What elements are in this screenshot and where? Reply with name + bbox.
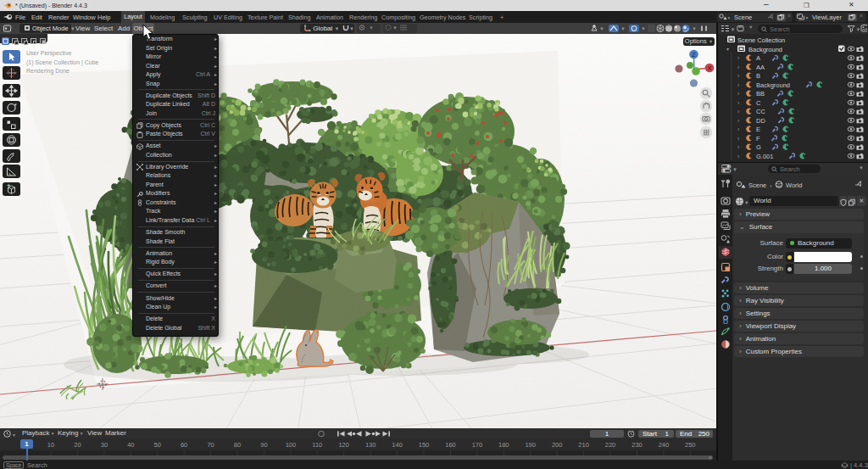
svg-text:▾: ▾ (728, 15, 731, 20)
svg-text:›: › (737, 100, 740, 106)
svg-text:150: 150 (419, 441, 430, 449)
svg-text:›: › (770, 182, 772, 190)
svg-text:30: 30 (101, 441, 108, 449)
svg-text:▾: ▾ (13, 433, 15, 438)
svg-text:80: 80 (234, 441, 241, 449)
svg-text:Scene Collection: Scene Collection (737, 36, 785, 44)
svg-text:Background: Background (756, 81, 790, 89)
svg-text:230: 230 (632, 441, 643, 449)
svg-text:A: A (756, 54, 760, 62)
svg-text:▼: ▼ (856, 27, 861, 32)
svg-text:▼: ▼ (369, 25, 374, 31)
svg-text:▼: ▼ (620, 26, 626, 31)
svg-text:10: 10 (47, 441, 54, 449)
svg-text:120: 120 (338, 441, 349, 449)
svg-text:90: 90 (260, 441, 267, 449)
svg-text:140: 140 (392, 441, 403, 449)
svg-text:›: › (737, 144, 740, 150)
svg-text:20: 20 (74, 441, 81, 449)
svg-text:250: 250 (685, 441, 696, 449)
svg-text:220: 220 (605, 441, 616, 449)
svg-text:CC: CC (756, 108, 765, 115)
svg-text:›: › (737, 64, 740, 70)
svg-text:180: 180 (498, 441, 509, 449)
svg-text:130: 130 (365, 441, 376, 449)
svg-text:160: 160 (445, 441, 456, 449)
svg-text:›: › (737, 73, 740, 79)
svg-text:▾: ▾ (726, 47, 729, 52)
svg-text:World: World (786, 181, 802, 189)
svg-text:▼: ▼ (731, 27, 736, 32)
svg-text:200: 200 (552, 441, 563, 449)
svg-text:›: › (737, 91, 740, 97)
svg-text:BB: BB (756, 90, 765, 98)
svg-text:F: F (756, 135, 760, 142)
svg-text:Z: Z (692, 52, 696, 58)
svg-text:210: 210 (578, 441, 589, 449)
svg-text:AA: AA (756, 64, 765, 71)
svg-text:40: 40 (127, 441, 134, 449)
svg-text:50: 50 (154, 441, 161, 449)
svg-text:›: › (737, 109, 740, 114)
svg-text:›: › (737, 154, 740, 159)
svg-text:B: B (756, 72, 760, 80)
svg-text:110: 110 (312, 441, 322, 449)
svg-text:▾: ▾ (806, 15, 809, 20)
svg-text:›: › (737, 55, 740, 61)
svg-text:C: C (756, 99, 761, 107)
svg-text:100: 100 (286, 441, 297, 449)
svg-text:›: › (737, 118, 740, 124)
svg-text:60: 60 (181, 441, 187, 449)
svg-text:X: X (708, 65, 712, 71)
svg-text:170: 170 (472, 441, 483, 449)
svg-text:70: 70 (207, 441, 214, 449)
svg-text:▼: ▼ (744, 200, 748, 205)
svg-text:G: G (756, 143, 761, 151)
svg-text:190: 190 (525, 441, 536, 449)
svg-text:›: › (737, 126, 740, 132)
svg-text:›: › (737, 136, 740, 142)
svg-text:240: 240 (659, 441, 670, 449)
svg-text:▼: ▼ (692, 26, 697, 31)
svg-text:Background: Background (748, 46, 782, 53)
svg-text:▼: ▼ (599, 26, 604, 31)
svg-text:▼: ▼ (732, 167, 737, 172)
svg-text:G.001: G.001 (756, 153, 773, 160)
svg-text:Scene: Scene (748, 181, 766, 189)
svg-text:E: E (756, 126, 760, 133)
svg-text:▼: ▼ (641, 26, 646, 31)
svg-text:DD: DD (756, 117, 765, 125)
svg-text:›: › (737, 82, 740, 88)
